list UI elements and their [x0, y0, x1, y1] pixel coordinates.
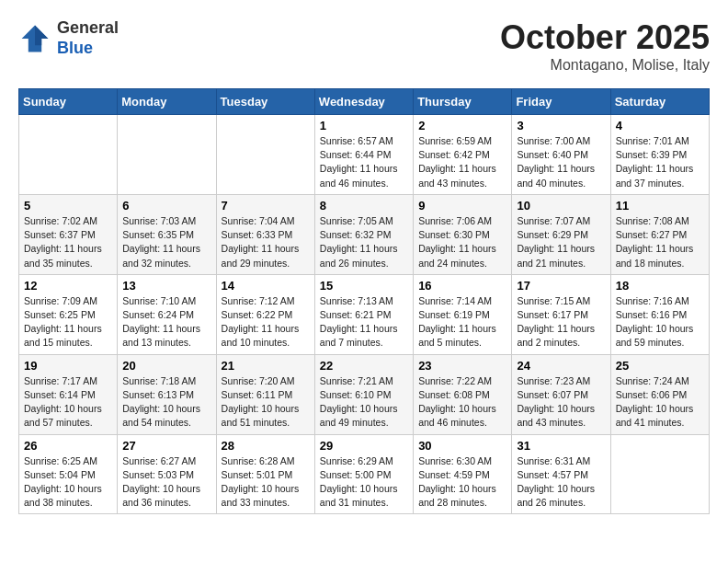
calendar-cell: 25Sunrise: 7:24 AM Sunset: 6:06 PM Dayli… [610, 354, 709, 434]
calendar-cell: 17Sunrise: 7:15 AM Sunset: 6:17 PM Dayli… [512, 274, 610, 354]
calendar-cell: 2Sunrise: 6:59 AM Sunset: 6:42 PM Daylig… [414, 115, 512, 195]
week-row-4: 26Sunrise: 6:25 AM Sunset: 5:04 PM Dayli… [19, 434, 710, 514]
calendar-cell: 28Sunrise: 6:28 AM Sunset: 5:01 PM Dayli… [216, 434, 314, 514]
calendar-cell [19, 115, 118, 195]
day-info: Sunrise: 7:15 AM Sunset: 6:17 PM Dayligh… [517, 294, 605, 350]
calendar-cell: 15Sunrise: 7:13 AM Sunset: 6:21 PM Dayli… [314, 274, 413, 354]
calendar-cell: 29Sunrise: 6:29 AM Sunset: 5:00 PM Dayli… [314, 434, 413, 514]
day-number: 13 [122, 279, 210, 293]
day-info: Sunrise: 7:12 AM Sunset: 6:22 PM Dayligh… [222, 294, 310, 350]
day-info: Sunrise: 7:14 AM Sunset: 6:19 PM Dayligh… [418, 294, 506, 350]
day-info: Sunrise: 6:31 AM Sunset: 4:57 PM Dayligh… [517, 454, 605, 511]
calendar-cell: 24Sunrise: 7:23 AM Sunset: 6:07 PM Dayli… [512, 354, 610, 434]
calendar-cell [118, 115, 216, 195]
day-info: Sunrise: 7:01 AM Sunset: 6:39 PM Dayligh… [616, 134, 704, 190]
day-info: Sunrise: 7:04 AM Sunset: 6:33 PM Dayligh… [222, 214, 310, 270]
calendar-cell: 11Sunrise: 7:08 AM Sunset: 6:27 PM Dayli… [610, 194, 709, 274]
day-number: 24 [517, 359, 605, 373]
calendar-cell: 12Sunrise: 7:09 AM Sunset: 6:25 PM Dayli… [19, 274, 118, 354]
day-number: 18 [616, 279, 704, 293]
day-number: 14 [222, 279, 310, 293]
day-number: 9 [418, 199, 506, 213]
calendar-table: SundayMondayTuesdayWednesdayThursdayFrid… [18, 88, 710, 514]
month-title: October 2025 [500, 18, 710, 57]
day-number: 27 [122, 439, 210, 453]
calendar-cell: 30Sunrise: 6:30 AM Sunset: 4:59 PM Dayli… [414, 434, 512, 514]
day-info: Sunrise: 7:18 AM Sunset: 6:13 PM Dayligh… [122, 374, 210, 431]
day-number: 10 [517, 199, 605, 213]
calendar-cell: 23Sunrise: 7:22 AM Sunset: 6:08 PM Dayli… [414, 354, 512, 434]
weekday-header-sunday: Sunday [19, 89, 118, 115]
day-info: Sunrise: 7:20 AM Sunset: 6:11 PM Dayligh… [222, 374, 310, 431]
day-info: Sunrise: 7:08 AM Sunset: 6:27 PM Dayligh… [616, 214, 704, 270]
day-number: 28 [222, 439, 310, 453]
logo: General Blue [18, 18, 119, 58]
day-info: Sunrise: 7:16 AM Sunset: 6:16 PM Dayligh… [616, 294, 704, 350]
weekday-header-friday: Friday [512, 89, 610, 115]
day-info: Sunrise: 7:06 AM Sunset: 6:30 PM Dayligh… [418, 214, 506, 270]
day-number: 22 [320, 359, 408, 373]
day-number: 17 [517, 279, 605, 293]
day-info: Sunrise: 6:29 AM Sunset: 5:00 PM Dayligh… [320, 454, 408, 511]
day-info: Sunrise: 7:22 AM Sunset: 6:08 PM Dayligh… [418, 374, 506, 431]
logo-general: General [57, 18, 119, 37]
calendar-cell: 20Sunrise: 7:18 AM Sunset: 6:13 PM Dayli… [118, 354, 216, 434]
day-info: Sunrise: 7:07 AM Sunset: 6:29 PM Dayligh… [517, 214, 605, 270]
svg-marker-1 [35, 25, 48, 45]
calendar-cell: 4Sunrise: 7:01 AM Sunset: 6:39 PM Daylig… [610, 115, 709, 195]
calendar-cell: 21Sunrise: 7:20 AM Sunset: 6:11 PM Dayli… [216, 354, 314, 434]
weekday-header-monday: Monday [118, 89, 216, 115]
calendar-cell: 26Sunrise: 6:25 AM Sunset: 5:04 PM Dayli… [19, 434, 118, 514]
day-number: 4 [616, 119, 704, 132]
day-number: 21 [222, 359, 310, 373]
calendar-cell: 16Sunrise: 7:14 AM Sunset: 6:19 PM Dayli… [414, 274, 512, 354]
location-subtitle: Montagano, Molise, Italy [500, 57, 710, 74]
page-header: General Blue October 2025 Montagano, Mol… [18, 18, 710, 74]
day-number: 23 [418, 359, 506, 373]
day-number: 16 [418, 279, 506, 293]
calendar-cell: 31Sunrise: 6:31 AM Sunset: 4:57 PM Dayli… [512, 434, 610, 514]
day-number: 6 [122, 199, 210, 213]
day-number: 7 [222, 199, 310, 213]
day-info: Sunrise: 6:25 AM Sunset: 5:04 PM Dayligh… [24, 454, 112, 511]
calendar-cell: 9Sunrise: 7:06 AM Sunset: 6:30 PM Daylig… [414, 194, 512, 274]
calendar-cell: 14Sunrise: 7:12 AM Sunset: 6:22 PM Dayli… [216, 274, 314, 354]
day-info: Sunrise: 7:09 AM Sunset: 6:25 PM Dayligh… [24, 294, 112, 350]
calendar-cell: 6Sunrise: 7:03 AM Sunset: 6:35 PM Daylig… [118, 194, 216, 274]
calendar-cell: 8Sunrise: 7:05 AM Sunset: 6:32 PM Daylig… [314, 194, 413, 274]
day-number: 8 [320, 199, 408, 213]
day-info: Sunrise: 6:30 AM Sunset: 4:59 PM Dayligh… [418, 454, 506, 511]
day-info: Sunrise: 7:10 AM Sunset: 6:24 PM Dayligh… [122, 294, 210, 350]
calendar-cell: 22Sunrise: 7:21 AM Sunset: 6:10 PM Dayli… [314, 354, 413, 434]
calendar-cell [216, 115, 314, 195]
day-info: Sunrise: 7:21 AM Sunset: 6:10 PM Dayligh… [320, 374, 408, 431]
day-info: Sunrise: 6:27 AM Sunset: 5:03 PM Dayligh… [122, 454, 210, 511]
calendar-cell: 19Sunrise: 7:17 AM Sunset: 6:14 PM Dayli… [19, 354, 118, 434]
day-number: 12 [24, 279, 112, 293]
day-info: Sunrise: 7:24 AM Sunset: 6:06 PM Dayligh… [616, 374, 704, 431]
day-info: Sunrise: 6:59 AM Sunset: 6:42 PM Dayligh… [418, 134, 506, 190]
day-number: 31 [517, 439, 605, 453]
day-info: Sunrise: 6:57 AM Sunset: 6:44 PM Dayligh… [320, 134, 408, 190]
day-info: Sunrise: 7:00 AM Sunset: 6:40 PM Dayligh… [517, 134, 605, 190]
day-number: 30 [418, 439, 506, 453]
day-number: 15 [320, 279, 408, 293]
day-number: 2 [418, 119, 506, 132]
calendar-cell: 10Sunrise: 7:07 AM Sunset: 6:29 PM Dayli… [512, 194, 610, 274]
day-info: Sunrise: 7:02 AM Sunset: 6:37 PM Dayligh… [24, 214, 112, 270]
day-number: 19 [24, 359, 112, 373]
calendar-cell: 7Sunrise: 7:04 AM Sunset: 6:33 PM Daylig… [216, 194, 314, 274]
calendar-cell: 18Sunrise: 7:16 AM Sunset: 6:16 PM Dayli… [610, 274, 709, 354]
week-row-0: 1Sunrise: 6:57 AM Sunset: 6:44 PM Daylig… [19, 115, 710, 195]
calendar-cell: 3Sunrise: 7:00 AM Sunset: 6:40 PM Daylig… [512, 115, 610, 195]
day-info: Sunrise: 6:28 AM Sunset: 5:01 PM Dayligh… [222, 454, 310, 511]
day-info: Sunrise: 7:23 AM Sunset: 6:07 PM Dayligh… [517, 374, 605, 431]
day-number: 1 [320, 119, 408, 132]
calendar-cell: 5Sunrise: 7:02 AM Sunset: 6:37 PM Daylig… [19, 194, 118, 274]
calendar-cell: 27Sunrise: 6:27 AM Sunset: 5:03 PM Dayli… [118, 434, 216, 514]
day-number: 25 [616, 359, 704, 373]
calendar-cell [610, 434, 709, 514]
calendar-cell: 13Sunrise: 7:10 AM Sunset: 6:24 PM Dayli… [118, 274, 216, 354]
day-number: 5 [24, 199, 112, 213]
logo-text: General Blue [57, 18, 119, 58]
